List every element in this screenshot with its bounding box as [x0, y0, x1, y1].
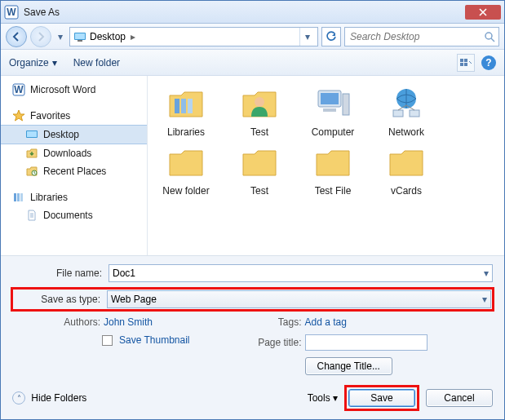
sidebar-item-libraries[interactable]: Libraries — [1, 188, 147, 206]
tools-menu[interactable]: Tools ▾ — [308, 392, 338, 404]
authors-row: Authors: John Smith — [12, 316, 253, 328]
save-as-dialog: W Save As ▾ Desktop ▸ ▾ — [0, 0, 505, 420]
downloads-icon — [25, 147, 38, 160]
chevron-right-icon: ▸ — [129, 31, 137, 42]
libraries-folder-icon — [166, 84, 206, 123]
window-buttons — [465, 5, 501, 20]
search-input[interactable] — [348, 30, 484, 43]
documents-icon — [25, 209, 38, 222]
new-folder-button[interactable]: New folder — [73, 57, 120, 69]
filename-combo[interactable]: Doc1 ▾ — [109, 264, 493, 282]
folder-icon — [313, 143, 352, 182]
svg-rect-19 — [181, 99, 186, 113]
view-options-button[interactable] — [457, 54, 475, 72]
svg-rect-17 — [20, 193, 23, 201]
tags-row: Tags: Add a tag — [253, 316, 494, 328]
filename-row: File name: Doc1 ▾ — [12, 264, 493, 282]
save-thumbnail-checkbox[interactable] — [102, 335, 113, 346]
search-box[interactable] — [344, 27, 499, 46]
close-button[interactable] — [465, 5, 501, 20]
svg-rect-18 — [175, 99, 179, 113]
svg-rect-8 — [460, 63, 463, 66]
cancel-button[interactable]: Cancel — [426, 389, 493, 407]
sidebar: W Microsoft Word Favorites Desktop Downl… — [1, 76, 148, 255]
item-test-file-folder[interactable]: Test File — [299, 143, 366, 197]
sidebar-item-desktop[interactable]: Desktop — [1, 125, 147, 144]
titlebar: W Save As — [1, 1, 504, 24]
bottom-panel: File name: Doc1 ▾ Save as type: Web Page… — [1, 255, 504, 419]
item-network[interactable]: Network — [373, 84, 440, 138]
chevron-down-icon: ▾ — [333, 392, 338, 404]
toolbar: Organize ▾ New folder ? — [1, 50, 504, 76]
svg-rect-27 — [393, 110, 403, 117]
tags-label: Tags: — [253, 316, 302, 328]
chevron-down-icon: ▾ — [484, 267, 489, 279]
svg-rect-20 — [188, 99, 193, 113]
star-icon — [12, 109, 25, 122]
svg-rect-25 — [323, 108, 336, 112]
item-test-user[interactable]: Test — [226, 84, 293, 138]
sidebar-item-word[interactable]: W Microsoft Word — [1, 81, 147, 99]
svg-rect-7 — [464, 59, 467, 62]
save-as-type-combo[interactable]: Web Page ▾ — [107, 290, 491, 308]
svg-point-5 — [485, 33, 492, 39]
organize-menu[interactable]: Organize ▾ — [9, 57, 57, 69]
breadcrumb-location: Desktop — [90, 31, 126, 42]
tags-value[interactable]: Add a tag — [305, 316, 347, 328]
folder-icon — [166, 143, 206, 182]
item-new-folder[interactable]: New folder — [153, 143, 219, 197]
save-as-type-row: Save as type: Web Page ▾ — [12, 289, 493, 310]
help-button[interactable]: ? — [481, 55, 496, 70]
folder-icon — [387, 143, 426, 182]
folder-icon — [240, 143, 279, 182]
svg-rect-15 — [14, 193, 16, 201]
search-icon — [484, 31, 495, 42]
network-icon — [387, 84, 426, 123]
word-icon: W — [12, 83, 25, 96]
sidebar-item-recent[interactable]: Recent Places — [1, 162, 147, 180]
chevron-up-icon: ˄ — [12, 391, 25, 405]
sidebar-item-documents[interactable]: Documents — [1, 206, 147, 224]
recent-icon — [25, 165, 38, 178]
save-thumbnail-label[interactable]: Save Thumbnail — [119, 334, 190, 346]
history-dropdown-icon[interactable]: ▾ — [55, 31, 66, 42]
svg-rect-9 — [464, 63, 467, 66]
save-as-type-value: Web Page — [111, 294, 157, 305]
file-list[interactable]: Libraries Test Computer Network New fold… — [148, 76, 504, 255]
svg-rect-28 — [410, 110, 419, 117]
hide-folders-toggle[interactable]: ˄ Hide Folders — [12, 391, 86, 405]
save-button[interactable]: Save — [348, 389, 415, 407]
svg-text:W: W — [14, 84, 24, 95]
svg-rect-13 — [27, 131, 37, 137]
breadcrumb-dropdown-icon[interactable]: ▾ — [299, 28, 314, 46]
desktop-icon — [73, 30, 86, 43]
svg-rect-3 — [75, 33, 85, 39]
save-thumbnail-row: Save Thumbnail — [12, 334, 253, 346]
filename-label: File name: — [12, 267, 102, 279]
save-as-type-label: Save as type: — [14, 294, 100, 305]
authors-label: Authors: — [55, 316, 100, 328]
libraries-icon — [12, 191, 25, 204]
item-test-folder[interactable]: Test — [226, 143, 293, 197]
item-libraries[interactable]: Libraries — [153, 84, 219, 138]
page-title-input[interactable] — [305, 334, 427, 351]
refresh-button[interactable] — [321, 27, 341, 46]
filename-value: Doc1 — [113, 267, 135, 279]
breadcrumb[interactable]: Desktop ▸ ▾ — [69, 27, 318, 46]
svg-rect-16 — [17, 193, 20, 201]
page-title-row: Page title: — [253, 334, 494, 351]
sidebar-item-downloads[interactable]: Downloads — [1, 144, 147, 162]
svg-point-21 — [255, 97, 264, 107]
sidebar-item-favorites[interactable]: Favorites — [1, 107, 147, 125]
footer: ˄ Hide Folders Tools ▾ Save Cancel — [12, 382, 493, 409]
svg-rect-23 — [321, 93, 339, 104]
window-title: Save As — [24, 7, 465, 18]
forward-button[interactable] — [30, 26, 51, 47]
word-app-icon: W — [4, 5, 19, 20]
item-vcards-folder[interactable]: vCards — [373, 143, 440, 197]
change-title-button[interactable]: Change Title... — [305, 357, 392, 375]
chevron-down-icon: ▾ — [52, 57, 57, 69]
item-computer[interactable]: Computer — [299, 84, 366, 138]
back-button[interactable] — [6, 26, 27, 47]
authors-value[interactable]: John Smith — [104, 316, 153, 328]
